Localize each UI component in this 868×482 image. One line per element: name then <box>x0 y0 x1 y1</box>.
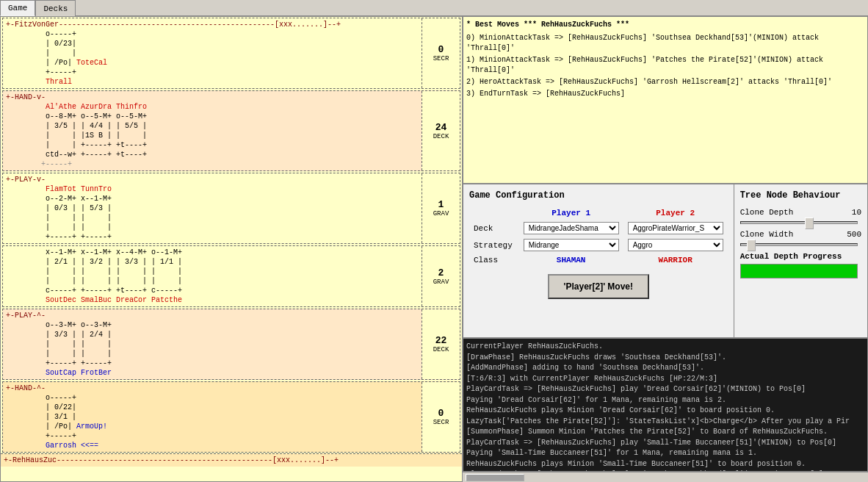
best-move-3: 3) EndTurnTask => [RehHausZuckFuchs] <box>466 89 864 99</box>
player1-hand-stats: 24 DECK <box>422 91 460 170</box>
player1-hand-label: +-HAND-v- <box>6 93 419 102</box>
player1-strategy-select[interactable]: Midrange <box>524 239 619 251</box>
player1-header: Player 1 <box>519 206 623 220</box>
player2-play-cards: o--3-M+ o--3-M+ | 3/3 | | 2/4 | | | | | … <box>6 320 419 378</box>
player1-zone-label: +-FitzVonGer----------------------------… <box>6 20 419 29</box>
config-section: Game Configuration Player 1 Player 2 Dec… <box>463 184 868 338</box>
player2-play-content: +-PLAY-^- o--3-M+ o--3-M+ | 3/3 | | 2/4 … <box>3 309 422 379</box>
best-move-1: 1) MinionAttackTask => [RehHausZuckFuchs… <box>466 55 864 76</box>
player2-hand-content: +-HAND-^- o-----+ | 0/22| | 3/1 | | /Po|… <box>3 382 422 452</box>
right-section: * Best Moves *** RehHausZuckFuchs *** 0)… <box>463 16 868 482</box>
best-moves-panel[interactable]: * Best Moves *** RehHausZuckFuchs *** 0)… <box>463 16 868 184</box>
log-line-0: CurrentPlayer RehHausZuckFuchs. <box>466 342 864 353</box>
log-line-2: [AddMandPhase] adding to hand 'Southsea … <box>466 363 864 374</box>
class-label: Class <box>469 253 519 267</box>
log-line-5: Paying 'Dread Corsair[62]' for 1 Mana, r… <box>466 395 864 406</box>
tab-bar: Game Decks <box>0 0 868 16</box>
player1-play-label: +-PLAY-v- <box>6 175 419 184</box>
player2-play-stats: 22 DECK <box>422 309 460 379</box>
clone-depth-slider[interactable] <box>740 221 858 224</box>
player1-play-stats: 1 GRAV <box>422 173 460 243</box>
clone-depth-thumb[interactable] <box>805 217 814 229</box>
strategy-label: Strategy <box>469 237 519 253</box>
player2-hand-stats: 0 SECR <box>422 382 460 452</box>
player2-play-zone: +-PLAY-^- o--3-M+ o--3-M+ | 3/3 | | 2/4 … <box>2 309 460 380</box>
progress-bar-fill <box>741 265 857 278</box>
tab-decks[interactable]: Decks <box>35 0 76 16</box>
game-config-title: Game Configuration <box>469 190 728 201</box>
clone-width-label: Clone Width <box>740 230 832 239</box>
middle-stats: 2 GRAV <box>422 246 460 306</box>
player1-hero-content: +-FitzVonGer----------------------------… <box>3 18 422 88</box>
clone-depth-slider-container <box>740 221 861 224</box>
player2-class: WARRIOR <box>623 253 728 267</box>
middle-minions-cards: x--1-M+ x--1-M+ x--4-M+ o--1-M+ | 2/1 | … <box>6 248 419 305</box>
middle-minions-content: x--1-M+ x--1-M+ x--4-M+ o--1-M+ | 2/1 | … <box>3 246 422 306</box>
player1-class: SHAMAN <box>519 253 623 267</box>
clone-width-row: Clone Width 500 <box>740 230 861 239</box>
player1-play-zone: +-PLAY-v- FlamTot TunnTro o--2-M+ x--1-M… <box>2 173 460 244</box>
clone-width-thumb[interactable] <box>747 240 756 251</box>
player1-hero-stats: 0 SECR <box>422 18 460 88</box>
player1-deck-select[interactable]: MidrangeJadeShama <box>524 222 619 234</box>
player2-deck-select[interactable]: AggroPirateWarrior_S <box>628 222 723 234</box>
config-table: Player 1 Player 2 Deck MidrangeJadeShama <box>469 206 728 267</box>
player2-hand-zone: +-HAND-^- o-----+ | 0/22| | 3/1 | | /Po|… <box>2 381 460 453</box>
player2-strategy-select[interactable]: Aggro <box>628 239 723 251</box>
main-container: +-FitzVonGer----------------------------… <box>0 16 868 482</box>
tab-game[interactable]: Game <box>0 0 35 16</box>
player1-hand-content: +-HAND-v- Al'Athe AzurDra Thinfro o--8-M… <box>3 91 422 170</box>
clone-width-slider[interactable] <box>740 243 858 246</box>
log-line-1: [DrawPhase] RehHausZuckFuchs draws 'Sout… <box>466 353 864 364</box>
player2-label-bar: +-RehHausZuc----------------------------… <box>1 453 462 467</box>
move-button[interactable]: 'Player[2]' Move! <box>548 274 649 299</box>
clone-depth-label: Clone Depth <box>740 208 832 217</box>
log-line-9: PlayCardTask => [RehHausZuckFuchs] play … <box>466 438 864 449</box>
log-panel[interactable]: CurrentPlayer RehHausZuckFuchs. [DrawPha… <box>463 338 868 472</box>
clone-depth-row: Clone Depth 10 <box>740 208 861 217</box>
log-line-11: RehHausZuckFuchs plays Minion 'Small-Tim… <box>466 459 864 470</box>
player2-play-label: +-PLAY-^- <box>6 311 419 320</box>
log-line-3: [T:6/R:3] with CurrentPlayer RehHausZuck… <box>466 374 864 385</box>
player2-hero-card: o-----+ | 0/22| | 3/1 | | /Po| ArmoUp! +… <box>6 393 107 450</box>
game-board-panel: +-FitzVonGer----------------------------… <box>0 16 463 482</box>
log-line-4: PlayCardTask => [RehHausZuckFuchs] play … <box>466 384 864 395</box>
tree-node-panel: Tree Node Behaviour Clone Depth 10 Clone… <box>734 184 867 337</box>
deck-label: Deck <box>469 220 519 237</box>
player1-hand-cards: Al'Athe AzurDra Thinfro o--8-M+ o--5-M+ … <box>6 102 419 159</box>
best-move-0: 0) MinionAttackTask => [RehHausZuckFuchs… <box>466 33 864 54</box>
log-line-6: RehHausZuckFuchs plays Minion 'Dread Cor… <box>466 406 864 417</box>
tree-node-title: Tree Node Behaviour <box>740 190 861 201</box>
progress-label: Actual Depth Progress <box>740 252 861 261</box>
player1-hand-zone: +-HAND-v- Al'Athe AzurDra Thinfro o--8-M… <box>2 90 460 171</box>
best-moves-title: * Best Moves *** RehHausZuckFuchs *** <box>466 20 864 30</box>
best-move-2: 2) HeroAttackTask => [RehHausZuckFuchs] … <box>466 77 864 87</box>
player1-play-cards: FlamTot TunnTro o--2-M+ x--1-M+ | 0/3 | … <box>6 184 419 242</box>
game-config-panel: Game Configuration Player 1 Player 2 Dec… <box>463 184 734 337</box>
player2-hand-label: +-HAND-^- <box>6 384 419 393</box>
player1-hand-deck: +-----+ <box>6 159 419 169</box>
clone-width-value: 500 <box>832 230 861 239</box>
player1-hero-zone: +-FitzVonGer----------------------------… <box>2 18 460 89</box>
clone-width-slider-container <box>740 243 861 246</box>
log-scroll-thumb[interactable] <box>466 474 524 481</box>
player1-hero-card: o-----+ | 0/23| | | | /Po| ToteCal +----… <box>6 29 107 87</box>
progress-bar-container <box>740 264 858 278</box>
log-line-8: [SummonPhase] Summon Minion 'Patches the… <box>466 427 864 438</box>
player1-play-content: +-PLAY-v- FlamTot TunnTro o--2-M+ x--1-M… <box>3 173 422 243</box>
player2-header: Player 2 <box>623 206 728 220</box>
log-line-10: Paying 'Small-Time Buccaneer[51]' for 1 … <box>466 448 864 459</box>
clone-depth-value: 10 <box>832 208 861 217</box>
log-line-7: LazyTask['Patches the Pirate[52]']: 'Sta… <box>466 417 864 428</box>
log-horizontal-scrollbar[interactable] <box>463 472 868 482</box>
middle-minions-zone: x--1-M+ x--1-M+ x--4-M+ o--1-M+ | 2/1 | … <box>2 245 460 307</box>
player2-bottom-label: +-RehHausZuc----------------------------… <box>4 456 459 465</box>
